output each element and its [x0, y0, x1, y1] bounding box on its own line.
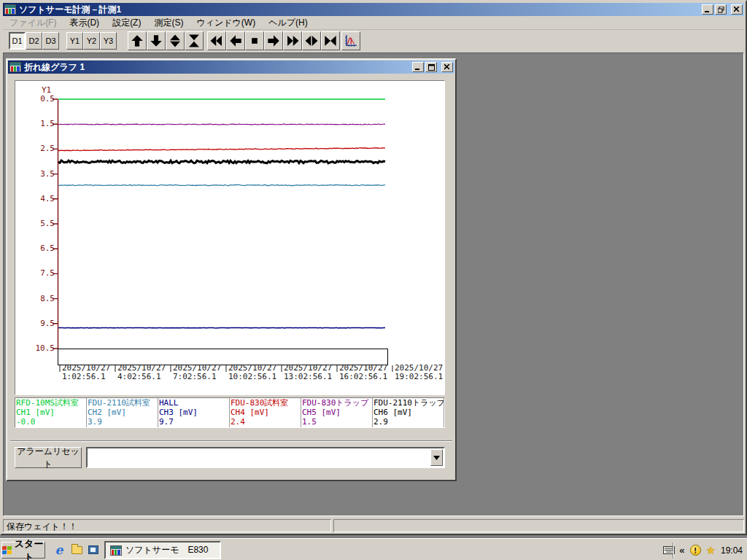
fast-forward-icon[interactable] — [283, 31, 302, 50]
x-tick-label: 2025/10/277:02:56.1 — [173, 364, 228, 381]
menu-file[interactable]: ファイル(F) — [3, 15, 63, 31]
folder-icon[interactable] — [70, 543, 83, 556]
x-tick-label: 2025/10/2710:02:56.1 — [228, 364, 284, 381]
start-button[interactable]: スタート — [1, 542, 45, 559]
toolbar: D1 D2 D3 Y1 Y2 Y3 — [3, 30, 744, 52]
main-window: ソフトサーモ計測－計測1 ファイル(F) 表示(D) 設定(Z) 測定(S) ウ… — [0, 0, 747, 535]
series-line-3 — [58, 327, 385, 328]
fast-rewind-icon[interactable] — [207, 31, 226, 50]
restore-icon[interactable] — [715, 4, 727, 15]
d1-button[interactable]: D1 — [9, 32, 26, 50]
series-line-6 — [58, 160, 385, 163]
legend-ch5: FDU-830トラップCH5 [mV]1.5 — [301, 398, 373, 427]
x-tick-label: 2025/10/271:02:56.1 — [62, 364, 117, 381]
separator — [10, 440, 452, 442]
graph-maximize-icon[interactable] — [425, 62, 437, 72]
close-icon[interactable] — [731, 4, 743, 15]
taskbar: スタート e ソフトサーモ E830 « ! ★ 19:04 — [0, 538, 747, 560]
legend-ch1: RFD-10MS試料室CH1 [mV]-0.0 — [15, 398, 87, 427]
legend-ch2: FDU-2110試料室CH2 [mV]3.9 — [87, 398, 158, 427]
compress-vertical-icon[interactable] — [185, 31, 204, 50]
legend-ch3: HALLCH3 [mV]9.7 — [158, 398, 230, 427]
taskbar-app-button[interactable]: ソフトサーモ E830 — [104, 541, 221, 559]
legend-ch4: FDU-830試料室CH4 [mV]2.4 — [230, 398, 301, 427]
desktop: ソフトサーモ計測－計測1 ファイル(F) 表示(D) 設定(Z) 測定(S) ウ… — [0, 0, 747, 560]
series-line-5 — [58, 124, 385, 125]
chart-lines — [58, 99, 385, 328]
chart-panel: Y1 0.5 1.5 2.5 3.5 4.5 5.5 6.5 7.5 8.5 9… — [15, 80, 445, 395]
internet-explorer-icon[interactable]: e — [53, 543, 66, 556]
alarm-reset-button[interactable]: アラームリセット — [15, 447, 82, 468]
graph-window-titlebar: 折れ線グラフ 1 — [8, 61, 454, 74]
alarm-combo-box[interactable] — [86, 447, 445, 468]
graph-window: 折れ線グラフ 1 Y1 0.5 1.5 2.5 3. — [6, 58, 457, 481]
menubar: ファイル(F) 表示(D) 設定(Z) 測定(S) ウィンドウ(W) ヘルプ(H… — [3, 16, 744, 30]
app-icon — [110, 545, 122, 556]
step-left-icon[interactable] — [226, 31, 245, 50]
y-tick-marks — [53, 99, 58, 349]
graph-close-icon[interactable] — [441, 62, 453, 72]
series-line-4 — [58, 148, 385, 151]
menu-view[interactable]: 表示(D) — [63, 15, 106, 31]
chart-canvas — [15, 81, 446, 396]
chevron-down-icon[interactable] — [430, 449, 443, 466]
security-shield-icon[interactable]: ! — [690, 545, 701, 556]
main-titlebar: ソフトサーモ計測－計測1 — [3, 3, 744, 16]
graph-settings-icon[interactable] — [341, 31, 360, 50]
y2-button[interactable]: Y2 — [83, 32, 100, 50]
scroll-down-icon[interactable] — [147, 31, 166, 50]
menu-settings[interactable]: 設定(Z) — [106, 15, 147, 31]
status-bar: 保存ウェイト！！ — [3, 518, 744, 532]
main-window-title: ソフトサーモ計測－計測1 — [19, 4, 121, 16]
status-message: 保存ウェイト！！ — [3, 519, 331, 532]
x-tick-label: 2025/10/274:02:56.1 — [117, 364, 173, 381]
legend-ch6: FDU-2110トラップCH6 [mV]2.9 — [373, 398, 444, 427]
mdi-area: 折れ線グラフ 1 Y1 0.5 1.5 2.5 3. — [3, 52, 744, 516]
compress-horizontal-icon[interactable] — [321, 31, 340, 50]
stop-icon[interactable] — [245, 31, 264, 50]
y1-button[interactable]: Y1 — [66, 32, 83, 50]
x-tick-label: 2025/10/2716:02:56.1 — [339, 364, 395, 381]
tray-divider — [673, 542, 674, 559]
channel-legend: RFD-10MS試料室CH1 [mV]-0.0 FDU-2110試料室CH2 [… — [15, 397, 445, 428]
scroll-up-icon[interactable] — [128, 31, 147, 50]
x-tick-label: 2025/10/2719:02:56.1 — [395, 364, 450, 381]
d2-button[interactable]: D2 — [26, 32, 42, 50]
menu-help[interactable]: ヘルプ(H) — [262, 15, 314, 31]
taskbar-clock: 19:04 — [721, 545, 743, 556]
star-icon[interactable]: ★ — [706, 544, 716, 557]
graph-minimize-icon[interactable] — [412, 62, 424, 72]
status-panel-2 — [333, 519, 744, 532]
expand-horizontal-icon[interactable] — [302, 31, 321, 50]
system-tray: « ! ★ 19:04 — [670, 541, 746, 559]
menu-window[interactable]: ウィンドウ(W) — [190, 15, 262, 31]
graph-window-icon — [9, 62, 21, 72]
d3-button[interactable]: D3 — [42, 32, 59, 50]
windows-logo-icon — [2, 545, 11, 555]
step-right-icon[interactable] — [264, 31, 283, 50]
app-icon — [4, 4, 16, 15]
y3-button[interactable]: Y3 — [100, 32, 117, 50]
series-line-2 — [58, 184, 385, 185]
tray-expand-icon[interactable]: « — [679, 545, 684, 556]
expand-vertical-icon[interactable] — [166, 31, 185, 50]
x-tick-label: 2025/10/2713:02:56.1 — [284, 364, 339, 381]
show-desktop-icon[interactable] — [87, 543, 100, 556]
graph-window-title: 折れ線グラフ 1 — [24, 61, 85, 74]
menu-measure[interactable]: 測定(S) — [147, 15, 190, 31]
minimize-icon[interactable] — [702, 4, 713, 15]
